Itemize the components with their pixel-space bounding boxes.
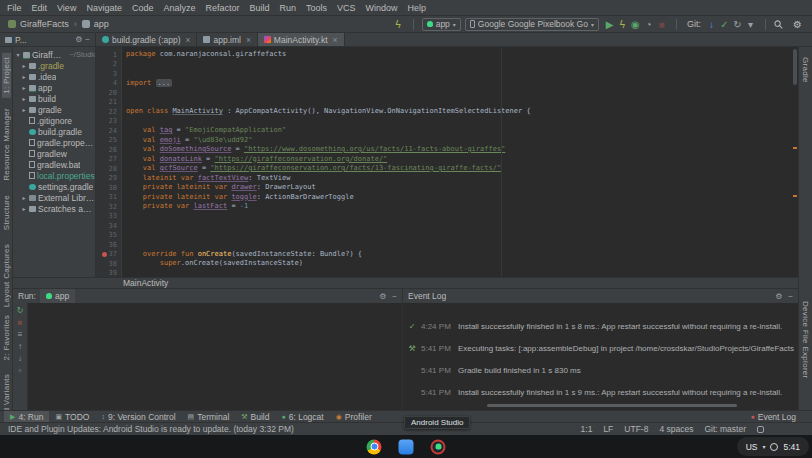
profiler-button[interactable]: ◔ [642,17,655,32]
tree-item-gitignore[interactable]: .gitignore [13,115,95,126]
gutter-line: 4 [96,79,121,89]
event-log-button[interactable]: ●Event Log [750,412,796,422]
breadcrumb-project[interactable]: GiraffeFacts [20,19,69,29]
android-studio-app-icon[interactable] [431,439,446,454]
git-commit-button[interactable]: ✓ [718,17,731,32]
toolwindow-stripe-structure[interactable]: Structure [2,191,11,234]
files-app-icon[interactable] [399,439,414,454]
hide-panel-icon[interactable]: − [85,35,90,44]
debug-button[interactable]: ◉ [629,17,642,32]
status-1-1[interactable]: 1:1 [581,424,593,434]
toolwindow-stripe-build-variants[interactable]: Build Variants [2,370,11,410]
project-settings-gear-icon[interactable]: ⚙ [75,35,82,44]
toolwindow-stripe-layout-captures[interactable]: Layout Captures [2,240,11,311]
editor-tab-mainactivity-kt[interactable]: MainActivity.kt× [258,33,345,46]
tree-root[interactable]: ▾GiraffeFacts~/StudioPr [13,49,95,60]
stop-button[interactable]: ■ [655,17,668,32]
menu-run[interactable]: Run [275,3,302,13]
tree-item-build-gradle[interactable]: build.gradle [13,126,95,137]
system-tray[interactable]: US ▾ 5:41 [737,437,809,456]
editor-code-area[interactable]: package com.naranjaconsal.giraffefactsim… [122,47,792,277]
menu-window[interactable]: Window [361,3,403,13]
gradle-sync-button[interactable]: ϟ [392,17,405,32]
tree-item-local-properties[interactable]: local.properties [13,170,95,181]
tree-item-scratches-and-consoles[interactable]: ▸Scratches and Consoles [13,203,95,214]
tree-item-idea[interactable]: ▸.idea [13,71,95,82]
editor-tab-app-iml[interactable]: app.iml× [197,33,257,46]
toolwindow-button-6-logcat[interactable]: ●6: Logcat [275,411,329,422]
menu-help[interactable]: Help [403,3,432,13]
menu-navigate[interactable]: Navigate [81,3,127,13]
scroll-up-button[interactable]: ↑ [18,342,22,352]
git-update-button[interactable]: ↓ [705,17,718,32]
hide-event-log-icon[interactable]: − [788,292,793,301]
menu-code[interactable]: Code [127,3,159,13]
run-config-dropdown[interactable]: app ▾ [422,18,461,31]
event-log-horizontal-scrollbar[interactable] [487,404,737,407]
status-message[interactable]: IDE and Plugin Updates: Android Studio i… [8,424,294,434]
toolwindow-button-4-run[interactable]: ▶4: Run [4,411,49,422]
toolwindow-button-9-version-control[interactable]: ↕9: Version Control [95,411,181,422]
tree-item-gradlew[interactable]: gradlew [13,148,95,159]
scroll-down-button[interactable]: ↓ [18,354,22,364]
toolwindow-stripe-device-file-explorer[interactable]: Device File Explorer [801,297,810,383]
settings-gear-icon[interactable]: ⚙ [791,17,804,32]
search-everywhere-button[interactable] [774,20,787,29]
project-panel-header[interactable]: P... ⚙ − [0,33,96,46]
run-console-output[interactable] [28,303,402,410]
run-tab-app[interactable]: app [40,289,75,303]
menu-refactor[interactable]: Refactor [200,3,244,13]
stop-button[interactable]: ■ [18,318,23,328]
chrome-app-icon[interactable] [367,439,382,454]
toolwindow-button-todo[interactable]: ▣TODO [49,411,95,422]
toolwindow-button-build[interactable]: ⚒Build [235,411,275,422]
toolwindow-stripe-resource-manager[interactable]: Resource Manager [2,104,11,185]
apply-changes-button[interactable]: ϟ [616,17,629,32]
menu-view[interactable]: View [52,3,81,13]
tree-item-build[interactable]: ▸build [13,93,95,104]
toolwindow-button-profiler[interactable]: ◉Profiler [330,411,378,422]
tree-item-settings-gradle[interactable]: settings.gradle [13,181,95,192]
run-button[interactable]: ▶ [603,17,616,32]
editor-tab-build-gradle-app[interactable]: build.gradle (:app)× [96,33,197,46]
tree-item-gradlew-bat[interactable]: gradlew.bat [13,159,95,170]
toolwindow-stripe-gradle[interactable]: Gradle [801,53,810,87]
run-settings-gear-icon[interactable]: ⚙ [379,292,386,301]
git-rollback-button[interactable]: ↻ [731,17,744,32]
status-lf[interactable]: LF [603,424,613,434]
tree-item-gradle[interactable]: ▸.gradle [13,60,95,71]
console-options-button[interactable]: ≡ [18,330,23,340]
menu-build[interactable]: Build [244,3,274,13]
device-selector-dropdown[interactable]: Google Google Pixelbook Go ▾ [465,18,599,31]
menu-analyze[interactable]: Analyze [158,3,200,13]
toolwindow-stripe-1-project[interactable]: 1: Project [2,53,11,98]
event-log-settings-gear-icon[interactable]: ⚙ [775,292,782,301]
tree-item-gradle[interactable]: ▸gradle [13,104,95,115]
lock-icon[interactable] [757,426,764,433]
clear-console-button[interactable]: ▫ [19,366,22,376]
menu-file[interactable]: File [2,3,27,13]
menu-vcs[interactable]: VCS [332,3,361,13]
status-4-spaces[interactable]: 4 spaces [659,424,693,434]
toolwindow-button-terminal[interactable]: ▤Terminal [182,411,236,422]
close-icon[interactable]: × [244,35,251,45]
status-git-master[interactable]: Git: master [704,424,746,434]
breadcrumb-module[interactable]: app [94,19,109,29]
tree-item-external-libraries[interactable]: ▸External Libraries [13,192,95,203]
hide-run-panel-icon[interactable]: − [392,292,397,301]
tree-item-app[interactable]: ▸app [13,82,95,93]
breadcrumb-class[interactable]: MainActivity [123,278,168,288]
close-icon[interactable]: × [331,35,338,45]
toolwindow-stripe-2-favorites[interactable]: 2: Favorites [2,311,11,364]
code-token: val [143,126,156,134]
menu-edit[interactable]: Edit [27,3,53,13]
git-menu-chevron[interactable]: ▾ [744,17,757,32]
rerun-button[interactable]: ↻ [17,306,24,316]
menu-tools[interactable]: Tools [301,3,332,13]
editor-scrollbar[interactable] [792,47,798,277]
scrollbar-thumb[interactable] [793,49,797,85]
code-editor[interactable]: 1234202122232425262728293031323334353637… [96,47,798,277]
status-utf-8[interactable]: UTF-8 [624,424,648,434]
tree-item-gradle-properties[interactable]: gradle.properties [13,137,95,148]
close-icon[interactable]: × [184,35,191,45]
